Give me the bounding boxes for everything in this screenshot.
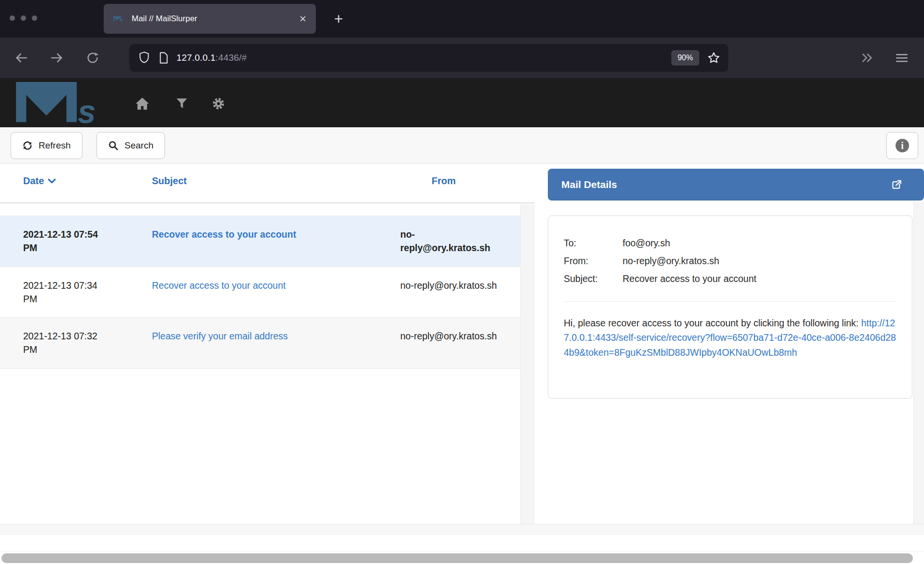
mail-list-header: Date Subject From bbox=[0, 164, 534, 203]
address-bar[interactable]: 127.0.0.1:4436/# 90% bbox=[129, 44, 728, 72]
details-divider bbox=[564, 301, 897, 302]
browser-window: s Mail // MailSlurper × + 127.0.0.1:4436… bbox=[0, 0, 924, 564]
app-header: s bbox=[0, 78, 924, 127]
mail-subject-link[interactable]: Please verify your email address bbox=[152, 331, 288, 341]
refresh-icon bbox=[22, 140, 33, 151]
window-control-dot[interactable] bbox=[32, 15, 37, 21]
mailslurper-logo[interactable]: s bbox=[15, 81, 110, 125]
mail-body: Hi, please recover access to your accoun… bbox=[564, 316, 897, 360]
scrollbar-thumb[interactable] bbox=[1, 553, 913, 563]
mail-date: 2021-12-13 07:34 PM bbox=[23, 279, 105, 306]
mail-from: no-reply@ory.kratos.sh bbox=[400, 279, 521, 306]
mail-details-header: Mail Details bbox=[548, 169, 924, 201]
mail-list-row[interactable]: 2021-12-13 07:32 PM Please verify your e… bbox=[0, 317, 521, 369]
zoom-level-badge[interactable]: 90% bbox=[671, 50, 699, 66]
overflow-chevrons-icon[interactable] bbox=[857, 48, 877, 67]
to-label: To: bbox=[564, 234, 623, 252]
mail-list-row[interactable]: 2021-12-13 07:34 PM Recover access to yo… bbox=[0, 267, 521, 318]
pane-gutter bbox=[914, 201, 924, 524]
column-header-date[interactable]: Date bbox=[23, 175, 56, 187]
home-icon[interactable] bbox=[134, 95, 150, 112]
footer-band bbox=[0, 535, 924, 551]
tab-close-icon[interactable]: × bbox=[299, 13, 306, 25]
window-control-dot[interactable] bbox=[10, 15, 15, 21]
bookmark-star-icon[interactable] bbox=[707, 51, 720, 65]
tab-title: Mail // MailSlurper bbox=[132, 14, 299, 24]
search-button[interactable]: Search bbox=[96, 132, 165, 159]
mail-details-title: Mail Details bbox=[561, 179, 617, 190]
svg-text:s: s bbox=[78, 94, 96, 125]
from-value: no-reply@ory.kratos.sh bbox=[623, 252, 897, 270]
mail-list: 2021-12-13 07:54 PM Recover access to yo… bbox=[0, 215, 521, 369]
horizontal-scrollbar[interactable] bbox=[0, 552, 924, 564]
mail-date: 2021-12-13 07:32 PM bbox=[23, 329, 105, 357]
shield-icon[interactable] bbox=[138, 51, 150, 65]
page-info-icon[interactable] bbox=[158, 52, 169, 64]
svg-text:s: s bbox=[121, 17, 123, 22]
subject-value: Recover access to your account bbox=[623, 270, 897, 288]
site-favicon-icon: s bbox=[113, 16, 125, 22]
mail-date: 2021-12-13 07:54 PM bbox=[23, 228, 105, 255]
subject-label: Subject: bbox=[564, 270, 623, 288]
forward-icon[interactable] bbox=[47, 48, 67, 67]
window-control-dot[interactable] bbox=[21, 15, 26, 21]
main-content: Date Subject From 2021-12-13 07:54 PM Re… bbox=[0, 164, 924, 524]
settings-gear-icon[interactable] bbox=[210, 95, 227, 112]
info-icon: i bbox=[896, 139, 909, 152]
footer-stripe bbox=[0, 524, 924, 535]
column-header-subject[interactable]: Subject bbox=[152, 175, 187, 187]
app-toolbar: Refresh Search i bbox=[0, 127, 924, 164]
mail-subject-link[interactable]: Recover access to your account bbox=[152, 280, 285, 291]
filter-icon[interactable] bbox=[174, 95, 190, 112]
search-icon bbox=[108, 140, 119, 151]
menu-hamburger-icon[interactable] bbox=[892, 48, 911, 67]
to-value: foo@ory.sh bbox=[623, 234, 897, 252]
browser-tab[interactable]: s Mail // MailSlurper × bbox=[104, 4, 316, 34]
refresh-button[interactable]: Refresh bbox=[11, 132, 82, 159]
back-icon[interactable] bbox=[12, 48, 31, 67]
refresh-label: Refresh bbox=[39, 140, 71, 151]
browser-tab-bar: s Mail // MailSlurper × + bbox=[0, 0, 924, 38]
mail-list-row[interactable]: 2021-12-13 07:54 PM Recover access to yo… bbox=[0, 215, 521, 267]
from-label: From: bbox=[564, 252, 623, 270]
browser-navbar: 127.0.0.1:4436/# 90% bbox=[0, 38, 924, 78]
new-tab-button[interactable]: + bbox=[325, 4, 352, 34]
mail-from: no-reply@ory.kratos.sh bbox=[400, 329, 521, 357]
mail-from: no-reply@ory.kratos.sh bbox=[400, 228, 521, 255]
pane-gutter bbox=[521, 204, 534, 524]
column-header-from[interactable]: From bbox=[432, 175, 456, 187]
mail-body-text: Hi, please recover access to your accoun… bbox=[564, 318, 861, 328]
search-label: Search bbox=[124, 140, 153, 151]
sort-chevron-down-icon bbox=[48, 178, 56, 184]
info-button[interactable]: i bbox=[886, 132, 918, 159]
url-text: 127.0.0.1:4436/# bbox=[177, 53, 247, 63]
mail-details-card: To:foo@ory.sh From:no-reply@ory.kratos.s… bbox=[548, 215, 912, 399]
window-controls[interactable] bbox=[10, 15, 37, 21]
mail-subject-link[interactable]: Recover access to your account bbox=[152, 229, 296, 240]
open-external-icon[interactable] bbox=[890, 178, 903, 191]
reload-icon[interactable] bbox=[83, 48, 102, 67]
